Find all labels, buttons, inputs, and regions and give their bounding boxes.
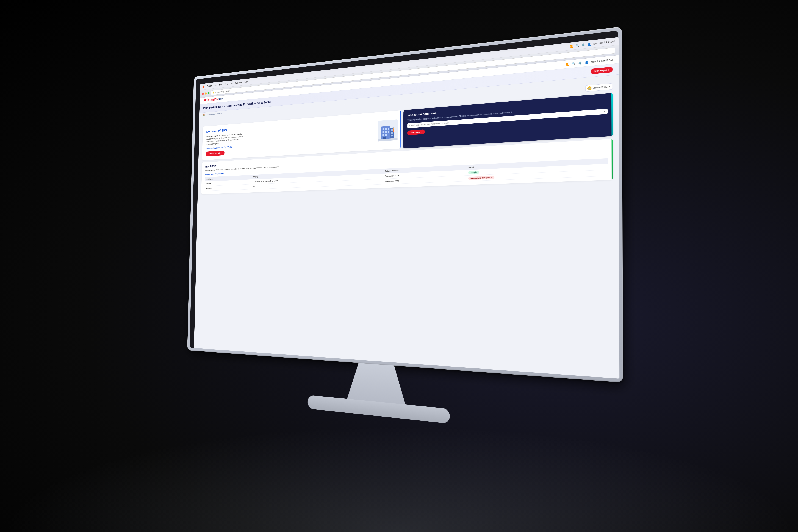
search-icon-header[interactable]: 🔍 (572, 62, 576, 65)
svg-rect-6 (382, 131, 384, 133)
page-content: PRÉVENTIONBTP 📶 🔍 ⚙️ 👤 Mon Jun 5 9:41 AM (194, 55, 620, 379)
chevron-down-icon: ▾ (609, 85, 610, 88)
logo-btp: BTP (218, 97, 223, 101)
screen: 🍎 Finder File Edit View Go Window Help 📶… (194, 37, 620, 379)
home-icon: 🏠 (203, 114, 205, 116)
svg-rect-9 (382, 134, 384, 136)
svg-rect-5 (388, 128, 389, 130)
lock-icon: 🔒 (212, 91, 214, 94)
wifi-icon-header: 📶 (566, 62, 569, 66)
status-badge-incomplete: Informations manquantes (468, 176, 494, 180)
entreprise-icon: 🏢 (587, 86, 591, 91)
search-icon[interactable]: 🔍 (575, 44, 579, 47)
telecharge-label: Télécharge ↓ (410, 131, 422, 134)
svg-rect-7 (385, 131, 386, 133)
close-button[interactable] (202, 92, 204, 95)
status-badge-complet: Complet (468, 171, 479, 174)
svg-rect-13 (391, 132, 393, 134)
header-time: Mon Jun 5 9:41 AM (591, 58, 612, 63)
traffic-lights (202, 92, 209, 95)
breadcrumb-item-1[interactable]: Mon espace (207, 113, 215, 115)
nouveau-ppsps-desc: Le plan particulier de sécurité et de pr… (206, 133, 244, 146)
menu-go[interactable]: Go (230, 82, 233, 85)
mon-espace-button[interactable]: Mon espace (591, 67, 613, 74)
wifi-icon: 📶 (570, 44, 573, 48)
menu-window[interactable]: Window (235, 81, 242, 84)
monitor: 🍎 Finder File Edit View Go Window Help 📶… (186, 19, 692, 477)
settings-icon[interactable]: ⚙️ (582, 43, 585, 46)
svg-rect-16 (393, 130, 394, 132)
breadcrumb-sep-1: › (206, 114, 206, 116)
accent-bar-cyan (611, 93, 613, 136)
telecharge-button[interactable]: Télécharge ↓ (407, 130, 425, 135)
breadcrumb-sep-2: › (215, 113, 216, 115)
minimize-button[interactable] (205, 92, 207, 95)
chevron-down-icon-inspection: ▾ (604, 110, 605, 113)
menu-help[interactable]: Help (244, 80, 248, 83)
monitor-shell: 🍎 Finder File Edit View Go Window Help 📶… (187, 26, 623, 383)
settings-icon-header[interactable]: ⚙️ (578, 61, 582, 65)
svg-rect-17 (393, 130, 393, 130)
svg-rect-8 (388, 131, 389, 133)
building-illustration (374, 110, 401, 150)
logo-prevention: PRÉVENTION (203, 98, 218, 102)
inspection-select-text: Choisir mon PPSPS pour l'inspection comm… (409, 122, 449, 127)
svg-rect-10 (385, 134, 386, 136)
svg-rect-18 (394, 130, 395, 130)
url-text: preventionbtp.fr/ppsps (215, 90, 230, 94)
screen-layout: 🍎 Finder File Edit View Go Window Help 📶… (194, 37, 620, 379)
menu-edit[interactable]: Edit (219, 83, 222, 86)
accent-bar-green (611, 139, 613, 180)
system-time: Mon Jun 5 9:41 AM (593, 40, 615, 45)
menu-view[interactable]: View (225, 83, 228, 85)
svg-rect-3 (382, 128, 384, 130)
user-icon[interactable]: 👤 (587, 42, 591, 46)
accent-bar-blue (400, 110, 401, 149)
fullscreen-button[interactable] (208, 92, 210, 94)
breadcrumb-item-2: PPSPS (217, 112, 222, 115)
creation-button[interactable]: Création de A à Z (206, 151, 225, 156)
menu-finder[interactable]: Finder (207, 84, 212, 88)
logo: PRÉVENTIONBTP (203, 97, 223, 102)
menu-file[interactable]: File (214, 84, 217, 87)
building-svg (378, 119, 398, 141)
entreprise-label: ENTREPRISE (593, 86, 607, 89)
svg-rect-14 (391, 134, 393, 136)
user-icon-header[interactable]: 👤 (585, 60, 588, 64)
scene: 🍎 Finder File Edit View Go Window Help 📶… (0, 0, 798, 532)
entreprise-dropdown[interactable]: 🏢 ENTREPRISE ▾ (585, 83, 613, 92)
svg-rect-4 (385, 128, 386, 130)
screen-bezel: 🍎 Finder File Edit View Go Window Help 📶… (190, 31, 619, 379)
apple-icon[interactable]: 🍎 (202, 85, 205, 88)
